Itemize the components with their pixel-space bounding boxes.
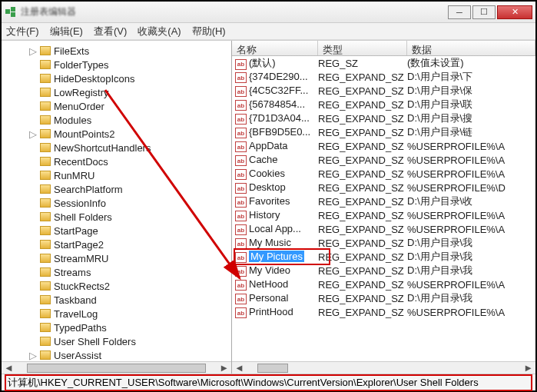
- string-icon: ab: [235, 307, 247, 318]
- tree-item[interactable]: Streams: [29, 265, 231, 279]
- folder-icon: [40, 350, 51, 360]
- list-row[interactable]: ab{BFB9D5E0...REG_EXPAND_SZD:\用户目录\链: [232, 125, 535, 139]
- status-bar: 计算机\HKEY_CURRENT_USER\Software\Microsoft…: [2, 374, 535, 390]
- string-icon: ab: [235, 238, 247, 249]
- col-type[interactable]: 类型: [318, 41, 407, 55]
- status-path: 计算机\HKEY_CURRENT_USER\Software\Microsoft…: [5, 374, 532, 391]
- string-icon: ab: [235, 86, 247, 97]
- string-icon: ab: [235, 128, 247, 138]
- tree-item[interactable]: MenuOrder: [29, 99, 231, 113]
- string-icon: ab: [235, 183, 247, 194]
- folder-icon: [40, 171, 51, 180]
- tree-item[interactable]: LowRegistry: [29, 85, 231, 99]
- folder-icon: [40, 254, 51, 263]
- folder-icon: [40, 281, 51, 291]
- tree-item[interactable]: RunMRU: [29, 168, 231, 182]
- list-row[interactable]: abFavoritesREG_EXPAND_SZD:\用户目录\收: [232, 194, 535, 208]
- tree-item[interactable]: Shell Folders: [29, 210, 231, 224]
- string-icon: ab: [235, 294, 247, 304]
- list-row[interactable]: abHistoryREG_EXPAND_SZ%USERPROFILE%\A: [232, 208, 535, 222]
- window-title: 注册表编辑器: [21, 5, 76, 18]
- titlebar[interactable]: 注册表编辑器 ─ ☐ ✕: [2, 2, 535, 23]
- tree-item[interactable]: TravelLog: [29, 307, 231, 321]
- app-icon: [5, 6, 17, 18]
- list-row[interactable]: abCacheREG_EXPAND_SZ%USERPROFILE%\A: [232, 153, 535, 167]
- list-header[interactable]: 名称 类型 数据: [232, 41, 535, 56]
- list-row[interactable]: abCookiesREG_EXPAND_SZ%USERPROFILE%\A: [232, 167, 535, 181]
- folder-icon: [40, 143, 51, 152]
- tree-item[interactable]: StreamMRU: [29, 251, 231, 265]
- tree-hscroll[interactable]: ◄►: [2, 361, 231, 374]
- value-list[interactable]: ab(默认)REG_SZ(数值未设置)ab{374DE290...REG_EXP…: [232, 56, 535, 361]
- tree-item[interactable]: ▷MountPoints2: [29, 127, 231, 141]
- list-row[interactable]: ab{374DE290...REG_EXPAND_SZD:\用户目录\下: [232, 70, 535, 84]
- folder-icon: [40, 212, 51, 221]
- menu-edit[interactable]: 编辑(E): [50, 25, 83, 38]
- list-row[interactable]: ab{56784854...REG_EXPAND_SZD:\用户目录\联: [232, 98, 535, 111]
- string-icon: ab: [235, 114, 247, 125]
- string-icon: ab: [235, 155, 247, 166]
- tree-item[interactable]: RecentDocs: [29, 154, 231, 168]
- tree-item[interactable]: SearchPlatform: [29, 182, 231, 196]
- list-row[interactable]: abNetHoodREG_EXPAND_SZ%USERPROFILE%\A: [232, 277, 535, 291]
- list-hscroll[interactable]: ◄►: [232, 361, 535, 374]
- tree-item[interactable]: SessionInfo: [29, 196, 231, 210]
- list-row[interactable]: abLocal App...REG_EXPAND_SZ%USERPROFILE%…: [232, 222, 535, 236]
- tree-item[interactable]: ▷UserAssist: [29, 348, 231, 361]
- menu-favorites[interactable]: 收藏夹(A): [138, 25, 181, 38]
- list-row[interactable]: ab{4C5C32FF...REG_EXPAND_SZD:\用户目录\保: [232, 84, 535, 98]
- tree-item[interactable]: User Shell Folders: [29, 334, 231, 348]
- string-icon: ab: [235, 59, 247, 70]
- list-row[interactable]: abMy PicturesREG_EXPAND_SZD:\用户目录\我: [232, 250, 535, 264]
- tree-item[interactable]: Modules: [29, 113, 231, 127]
- minimize-button[interactable]: ─: [448, 5, 471, 19]
- tree-item[interactable]: TypedPaths: [29, 321, 231, 334]
- list-row[interactable]: ab(默认)REG_SZ(数值未设置): [232, 56, 535, 70]
- registry-tree[interactable]: ▷FileExtsFolderTypesHideDesktopIconsLowR…: [2, 41, 231, 361]
- list-row[interactable]: abDesktopREG_EXPAND_SZ%USERPROFILE%\D: [232, 181, 535, 194]
- folder-icon: [40, 226, 51, 235]
- folder-icon: [40, 198, 51, 208]
- string-icon: ab: [235, 280, 247, 291]
- string-icon: ab: [235, 141, 247, 152]
- list-pane: 名称 类型 数据 ab(默认)REG_SZ(数值未设置)ab{374DE290.…: [232, 41, 535, 374]
- menu-file[interactable]: 文件(F): [6, 25, 39, 38]
- list-row[interactable]: abAppDataREG_EXPAND_SZ%USERPROFILE%\A: [232, 139, 535, 153]
- tree-item[interactable]: Taskband: [29, 293, 231, 307]
- col-name[interactable]: 名称: [232, 41, 318, 55]
- client-area: ▷FileExtsFolderTypesHideDesktopIconsLowR…: [2, 40, 535, 374]
- close-button[interactable]: ✕: [497, 5, 532, 19]
- tree-item[interactable]: ▷FileExts: [29, 44, 231, 58]
- list-row[interactable]: abPersonalREG_EXPAND_SZD:\用户目录\我: [232, 291, 535, 305]
- menu-view[interactable]: 查看(V): [94, 25, 127, 38]
- string-icon: ab: [235, 72, 247, 83]
- maximize-button[interactable]: ☐: [472, 5, 496, 19]
- menu-help[interactable]: 帮助(H): [192, 25, 226, 38]
- folder-icon: [40, 240, 51, 249]
- list-row[interactable]: abPrintHoodREG_EXPAND_SZ%USERPROFILE%\A: [232, 305, 535, 319]
- tree-item[interactable]: HideDesktopIcons: [29, 71, 231, 85]
- tree-item[interactable]: StuckRects2: [29, 279, 231, 293]
- folder-icon: [40, 309, 51, 318]
- tree-item[interactable]: NewShortcutHandlers: [29, 141, 231, 154]
- svg-rect-0: [5, 9, 10, 14]
- list-row[interactable]: ab{7D1D3A04...REG_EXPAND_SZD:\用户目录\搜: [232, 111, 535, 125]
- svg-rect-1: [11, 7, 15, 12]
- folder-icon: [40, 101, 51, 111]
- string-icon: ab: [235, 211, 247, 221]
- svg-rect-2: [11, 12, 15, 17]
- folder-icon: [40, 323, 51, 332]
- list-row[interactable]: abMy VideoREG_EXPAND_SZD:\用户目录\我: [232, 264, 535, 277]
- folder-icon: [40, 157, 51, 166]
- folder-icon: [40, 60, 51, 69]
- list-row[interactable]: abMy MusicREG_EXPAND_SZD:\用户目录\我: [232, 236, 535, 250]
- string-icon: ab: [235, 224, 247, 235]
- folder-icon: [40, 267, 51, 277]
- tree-item[interactable]: StartPage: [29, 224, 231, 238]
- folder-icon: [40, 74, 51, 83]
- col-data[interactable]: 数据: [407, 41, 535, 55]
- folder-icon: [40, 295, 51, 304]
- tree-pane: ▷FileExtsFolderTypesHideDesktopIconsLowR…: [2, 41, 232, 374]
- tree-item[interactable]: StartPage2: [29, 238, 231, 251]
- tree-item[interactable]: FolderTypes: [29, 58, 231, 71]
